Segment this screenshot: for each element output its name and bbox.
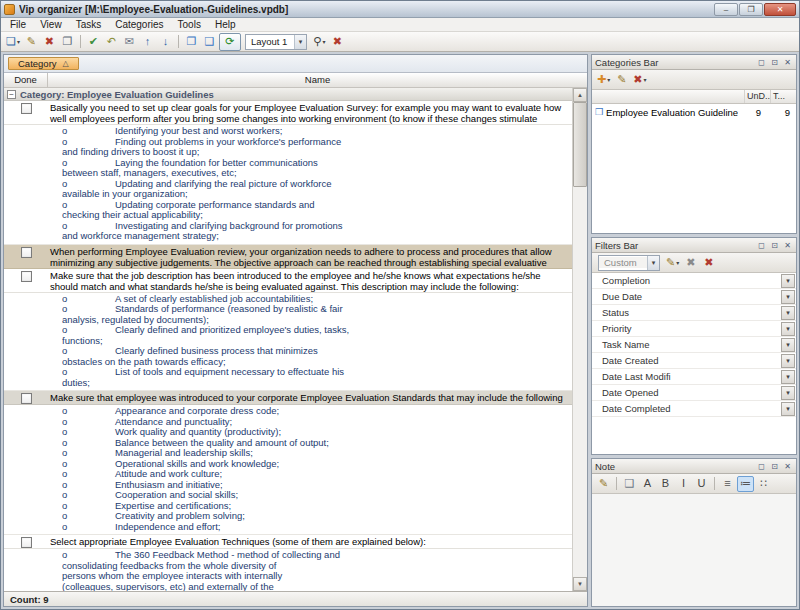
category-list-item[interactable]: ❒Employee Evaluation Guidelines99 — [592, 104, 796, 120]
panel-pin-icon[interactable]: ⊡ — [769, 240, 780, 251]
panel-pin-icon[interactable]: ⊡ — [769, 57, 780, 68]
filter-dropdown-button[interactable]: ▾ — [781, 402, 795, 416]
clear-filter-button[interactable]: ✖ — [682, 255, 699, 271]
menu-tools[interactable]: Tools — [171, 18, 208, 32]
group-by-bar: Category △ — [4, 55, 587, 73]
font-button[interactable]: A — [639, 476, 656, 492]
filter-dropdown-button[interactable]: ▾ — [781, 354, 795, 368]
menu-view[interactable]: View — [33, 18, 69, 32]
panel-close-icon[interactable]: ✕ — [782, 57, 793, 68]
filter-dropdown-button[interactable]: ▾ — [781, 306, 795, 320]
delete-task-button[interactable]: ✖ — [41, 34, 58, 50]
print-button[interactable]: ❐ — [59, 34, 76, 50]
align-left-button[interactable]: ≡ — [719, 476, 736, 492]
bullet-line: oAttendance and punctuality; — [62, 417, 568, 428]
panel-menu-icon[interactable]: ◻ — [756, 57, 767, 68]
bullet-list-button[interactable]: ≔ — [737, 476, 754, 492]
bullet-line: oCreativity and problem solving; — [62, 511, 568, 522]
filter-row-date-last-modifi[interactable]: Date Last Modifi▾ — [592, 369, 796, 385]
layout-combo[interactable]: Layout 1▾ — [245, 34, 307, 50]
scroll-up-button[interactable]: ▲ — [573, 88, 587, 102]
done-checkbox[interactable] — [21, 103, 32, 114]
column-total[interactable]: T... — [770, 90, 796, 103]
panel-close-icon[interactable]: ✕ — [782, 240, 793, 251]
done-checkbox[interactable] — [21, 393, 32, 404]
filter-row-status[interactable]: Status▾ — [592, 305, 796, 321]
maximize-button[interactable]: ❐ — [739, 3, 763, 16]
filters-bar-header[interactable]: Filters Bar ◻⊡✕ — [592, 238, 796, 253]
note-header[interactable]: Note ◻⊡✕ — [592, 459, 796, 474]
done-checkbox[interactable] — [21, 537, 32, 548]
scroll-thumb[interactable] — [573, 102, 587, 187]
filter-dropdown-button[interactable]: ▾ — [781, 386, 795, 400]
edit-category-button[interactable]: ✎ — [613, 72, 630, 88]
complete-task-button[interactable]: ✔ — [85, 34, 102, 50]
edit-task-button[interactable]: ✎ — [23, 34, 40, 50]
vertical-scrollbar[interactable]: ▲ ▼ — [572, 88, 587, 591]
menu-categories[interactable]: Categories — [108, 18, 170, 32]
panel-menu-icon[interactable]: ◻ — [756, 240, 767, 251]
filter-dropdown-button[interactable]: ▾ — [781, 370, 795, 384]
task-row[interactable]: Select appropriate Employee Evaluation T… — [4, 535, 572, 549]
close-search-button[interactable]: ✖ — [329, 34, 346, 50]
menu-tasks[interactable]: Tasks — [69, 18, 109, 32]
panel-menu-icon[interactable]: ◻ — [756, 461, 767, 472]
delete-filter-button[interactable]: ✖ — [700, 255, 717, 271]
panel-pin-icon[interactable]: ⊡ — [769, 461, 780, 472]
panel-close-icon[interactable]: ✕ — [782, 461, 793, 472]
view-split-button[interactable]: ❑ — [201, 34, 218, 50]
view-window-button[interactable]: ❐ — [183, 34, 200, 50]
done-checkbox[interactable] — [21, 271, 32, 282]
done-checkbox[interactable] — [21, 247, 32, 258]
minimize-button[interactable]: – — [714, 3, 738, 16]
note-content[interactable] — [592, 494, 796, 606]
column-header-name[interactable]: Name — [48, 73, 587, 87]
new-task-button[interactable]: ❏▾ — [4, 34, 22, 50]
filter-row-due-date[interactable]: Due Date▾ — [592, 289, 796, 305]
column-header-done[interactable]: Done — [4, 73, 48, 87]
group-by-category-button[interactable]: Category △ — [8, 57, 79, 70]
filter-row-date-completed[interactable]: Date Completed▾ — [592, 401, 796, 417]
collapse-icon[interactable]: − — [7, 90, 16, 99]
edit-note-button[interactable]: ✎ — [595, 476, 612, 492]
undo-button[interactable]: ↶ — [103, 34, 120, 50]
filter-dropdown-button[interactable]: ▾ — [781, 290, 795, 304]
italic-button[interactable]: I — [675, 476, 692, 492]
menu-file[interactable]: File — [3, 18, 33, 32]
filter-row-date-opened[interactable]: Date Opened▾ — [592, 385, 796, 401]
task-row[interactable]: Make sure that employee was introduced t… — [4, 391, 572, 405]
column-undone[interactable]: UnD... — [744, 90, 770, 103]
filter-row-priority[interactable]: Priority▾ — [592, 321, 796, 337]
scroll-track[interactable] — [573, 102, 587, 577]
filter-dropdown-button[interactable]: ▾ — [781, 274, 795, 288]
filter-dropdown-button[interactable]: ▾ — [781, 338, 795, 352]
categories-bar-header[interactable]: Categories Bar ◻⊡✕ — [592, 55, 796, 70]
filter-preset-combo[interactable]: Custom ▾ — [598, 255, 660, 271]
filter-row-task-name[interactable]: Task Name▾ — [592, 337, 796, 353]
menu-help[interactable]: Help — [208, 18, 243, 32]
scroll-down-button[interactable]: ▼ — [573, 577, 587, 591]
paste-button[interactable]: ❑ — [621, 476, 638, 492]
move-up-button[interactable]: ↑ — [139, 34, 156, 50]
delete-category-button[interactable]: ✖▾ — [631, 72, 648, 88]
edit-filter-button[interactable]: ✎▾ — [664, 255, 681, 271]
filter-dropdown-button[interactable]: ▾ — [781, 322, 795, 336]
filter-row-completion[interactable]: Completion▾ — [592, 273, 796, 289]
filter-row-date-created[interactable]: Date Created▾ — [592, 353, 796, 369]
underline-button[interactable]: U — [693, 476, 710, 492]
task-row[interactable]: When performing Employee Evaluation revi… — [4, 245, 572, 269]
title-bar[interactable]: Vip organizer [M:\Employee-Evaluation-Gu… — [1, 1, 799, 18]
task-text: Basically you need to set up clear goals… — [48, 101, 572, 124]
underline-icon: U — [698, 478, 706, 489]
numbered-list-button[interactable]: ∷ — [755, 476, 772, 492]
new-category-button[interactable]: ✚▾ — [595, 72, 612, 88]
send-mail-button[interactable]: ✉ — [121, 34, 138, 50]
task-row[interactable]: Basically you need to set up clear goals… — [4, 101, 572, 125]
close-button[interactable]: ✕ — [764, 3, 796, 16]
category-group-row[interactable]: − Category: Employee Evaluation Guidelin… — [4, 88, 572, 101]
find-button[interactable]: ⚲▾ — [311, 34, 328, 50]
task-row[interactable]: Make sure that the job description has b… — [4, 269, 572, 293]
bold-button[interactable]: B — [657, 476, 674, 492]
sync-button[interactable]: ⟳ — [219, 33, 241, 51]
move-down-button[interactable]: ↓ — [157, 34, 174, 50]
